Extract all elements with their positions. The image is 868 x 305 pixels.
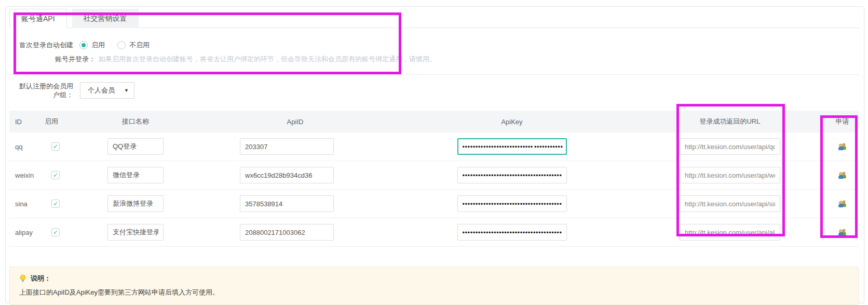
header-enable: 启用	[40, 117, 71, 126]
header-name: 接口名称	[71, 117, 200, 126]
interface-name-input[interactable]	[107, 138, 164, 155]
tabbar: 账号通API 社交营销设置	[9, 9, 860, 28]
apikey-input[interactable]: ••••••••••••••••••••••••••••••••••••••	[457, 167, 567, 183]
header-apikey: ApiKey	[390, 118, 634, 126]
settings-page: 账号通API 社交营销设置 首次登录自动创建 启用 不启用 账号并登	[0, 0, 868, 305]
check-icon: ✓	[53, 229, 58, 235]
radio-enabled-icon[interactable]	[79, 41, 88, 49]
header-id: ID	[9, 118, 40, 126]
auto-create-hint: 如果启用首次登录自动创建账号，将省去让用户绑定的环节，但会导致无法和会员原有的账…	[99, 55, 436, 64]
table-row-weixin: weixin ✓ •••••••••••••••••••••••••••••••…	[9, 161, 859, 190]
return-url-input[interactable]	[680, 224, 780, 241]
default-group-label: 默认注册的会员用 户组：	[9, 82, 73, 99]
default-group-label-line1: 默认注册的会员用	[9, 82, 73, 90]
table-row-qq: qq ✓ •••••••••••••••••••••••••••••••••••…	[9, 132, 859, 161]
row-id: qq	[9, 143, 40, 151]
enable-checkbox[interactable]: ✓	[51, 142, 60, 151]
check-icon: ✓	[53, 143, 58, 150]
check-icon: ✓	[53, 172, 58, 178]
auto-create-section: 首次登录自动创建 启用 不启用 账号并登录： 如果启用首次登录自动创建账号，将省…	[9, 28, 860, 75]
table-header-row: ID 启用 接口名称 ApiID ApiKey 登录成功返回的URL 申请	[9, 111, 859, 132]
apikey-input[interactable]: ••••••••••••••••••••••••••••••••••••••	[457, 224, 567, 241]
apiid-input[interactable]	[240, 167, 334, 183]
note-box: 说明： 上面接口的ApiID及ApiKey需要到第三方网站申请后填入方可使用。	[9, 267, 859, 305]
masked-dots: •••••••••••	[534, 143, 563, 150]
masked-dots: ••••••••••••••••••••••••••••••••••••••	[463, 172, 562, 179]
radio-disabled-icon[interactable]	[117, 41, 126, 49]
radio-option-enable[interactable]: 启用	[79, 41, 105, 50]
auto-create-label-line2: 账号并登录：	[55, 55, 96, 64]
masked-dots: •••••••••••••••••••••••••••	[463, 143, 533, 150]
return-url-input[interactable]	[680, 167, 780, 183]
apikey-input[interactable]: ••••••••••••••••••••••••••••••••••••••	[457, 195, 567, 212]
auto-create-label-line1: 首次登录自动创建	[9, 41, 73, 50]
tab-social-marketing[interactable]: 社交营销设置	[72, 9, 139, 28]
apiid-input[interactable]	[240, 138, 334, 155]
interface-name-input[interactable]	[107, 195, 164, 212]
header-apiid: ApiID	[200, 118, 390, 126]
apply-users-icon[interactable]	[838, 142, 847, 151]
masked-dots: ••••••••••••••••••••••••••••••••••••••	[463, 229, 562, 236]
radio-disable-label: 不启用	[129, 41, 150, 50]
table-row-alipay: alipay ✓ •••••••••••••••••••••••••••••••…	[9, 218, 859, 247]
row-id: weixin	[9, 171, 40, 179]
member-group-select[interactable]: 个人会员 ▼	[80, 82, 134, 99]
row-id: alipay	[9, 229, 40, 236]
note-body-text: 上面接口的ApiID及ApiKey需要到第三方网站申请后填入方可使用。	[19, 288, 849, 297]
radio-enable-label: 启用	[91, 41, 105, 50]
header-apply: 申请	[826, 117, 859, 126]
row-id: sina	[9, 200, 40, 208]
apiid-input[interactable]	[240, 224, 334, 241]
tab-account-api[interactable]: 账号通API	[9, 9, 67, 28]
table-row-sina: sina ✓ •••••••••••••••••••••••••••••••••…	[9, 190, 859, 218]
api-table: ID 启用 接口名称 ApiID ApiKey 登录成功返回的URL 申请 qq…	[9, 111, 859, 247]
settings-card: 账号通API 社交营销设置 首次登录自动创建 启用 不启用 账号并登	[5, 6, 864, 303]
chevron-down-icon: ▼	[124, 88, 129, 93]
apply-users-icon[interactable]	[838, 228, 847, 236]
masked-dots: ••••••••••••••••••••••••••••••••••••••	[463, 201, 562, 207]
default-member-group-row: 默认注册的会员用 户组： 个人会员 ▼	[9, 75, 860, 107]
enable-checkbox[interactable]: ✓	[51, 200, 60, 208]
check-icon: ✓	[53, 201, 58, 207]
header-return-url: 登录成功返回的URL	[634, 117, 826, 126]
enable-checkbox[interactable]: ✓	[51, 228, 60, 236]
interface-name-input[interactable]	[107, 167, 164, 183]
apply-users-icon[interactable]	[838, 171, 847, 179]
auto-create-radio-group: 启用 不启用	[79, 41, 150, 50]
return-url-input[interactable]	[680, 138, 780, 155]
lightbulb-icon	[19, 274, 26, 283]
apiid-input[interactable]	[240, 195, 334, 212]
apikey-input-focused[interactable]: ••••••••••••••••••••••••••••••••••••••	[457, 138, 567, 155]
radio-option-disable[interactable]: 不启用	[117, 41, 150, 50]
default-group-label-line2: 户组：	[9, 90, 73, 99]
return-url-input[interactable]	[680, 195, 780, 212]
enable-checkbox[interactable]: ✓	[51, 171, 60, 179]
member-group-selected-value: 个人会员	[88, 86, 115, 95]
note-title-text: 说明：	[31, 274, 51, 283]
apply-users-icon[interactable]	[838, 200, 847, 208]
interface-name-input[interactable]	[107, 224, 164, 241]
